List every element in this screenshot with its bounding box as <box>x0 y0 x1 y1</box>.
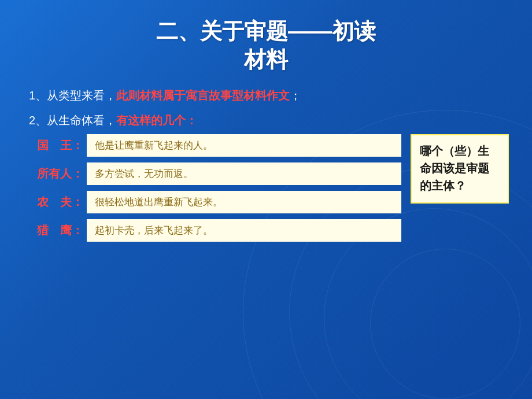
section-2-label: 2、从生命体看，有这样的几个： <box>23 113 509 128</box>
table-row: 猎 鹰：起初卡壳，后来飞起来了。 <box>29 219 401 242</box>
table-row: 国 王：他是让鹰重新飞起来的人。 <box>29 134 401 157</box>
section-1-prefix: 1、从类型来看， <box>29 89 116 102</box>
section-2: 2、从生命体看，有这样的几个： 国 王：他是让鹰重新飞起来的人。所有人：多方尝试… <box>23 113 509 247</box>
section-1-suffix: ； <box>290 89 301 102</box>
row-value-2: 很轻松地道出鹰重新飞起来。 <box>87 191 401 213</box>
table-area: 国 王：他是让鹰重新飞起来的人。所有人：多方尝试，无功而返。农 夫：很轻松地道出… <box>23 134 509 247</box>
sidebar-box: 哪个（些）生命因该是审题的主体？ <box>411 134 509 204</box>
section-2-prefix: 2、从生命体看， <box>29 114 116 127</box>
section-1-highlight: 此则材料属于寓言故事型材料作文 <box>116 89 290 102</box>
main-content: 二、关于审题——初读 材料 1、从类型来看，此则材料属于寓言故事型材料作文； 2… <box>0 0 532 267</box>
row-value-1: 多方尝试，无功而返。 <box>87 162 401 185</box>
rows-column: 国 王：他是让鹰重新飞起来的人。所有人：多方尝试，无功而返。农 夫：很轻松地道出… <box>29 134 401 247</box>
row-label-3: 猎 鹰： <box>29 223 87 238</box>
row-label-2: 农 夫： <box>29 194 87 210</box>
row-value-3: 起初卡壳，后来飞起来了。 <box>87 219 401 242</box>
table-row: 农 夫：很轻松地道出鹰重新飞起来。 <box>29 191 401 213</box>
row-value-0: 他是让鹰重新飞起来的人。 <box>87 134 401 157</box>
section-1: 1、从类型来看，此则材料属于寓言故事型材料作文； <box>23 86 509 105</box>
sidebar-text: 哪个（些）生命因该是审题的主体？ <box>420 145 489 192</box>
row-label-1: 所有人： <box>29 166 87 182</box>
section-2-highlight: 有这样的几个： <box>116 114 197 127</box>
table-row: 所有人：多方尝试，无功而返。 <box>29 162 401 185</box>
section-1-text: 1、从类型来看，此则材料属于寓言故事型材料作文； <box>23 86 509 105</box>
page-title: 二、关于审题——初读 材料 <box>23 17 509 75</box>
row-label-0: 国 王： <box>29 138 87 153</box>
